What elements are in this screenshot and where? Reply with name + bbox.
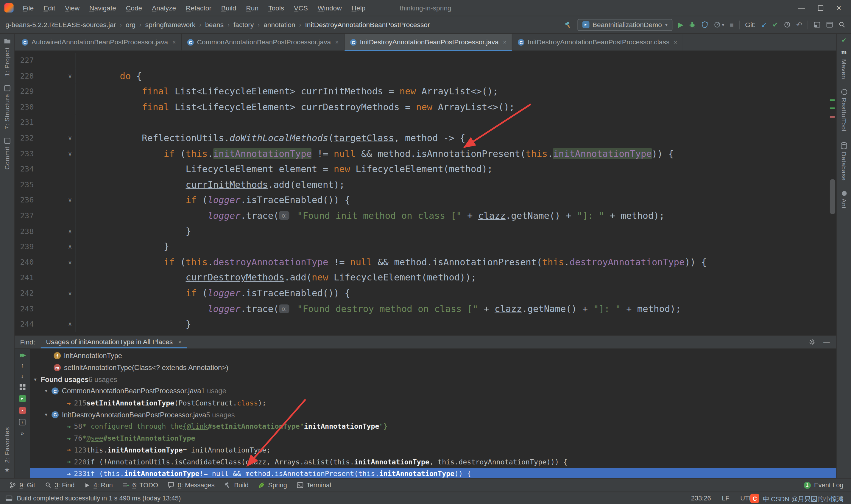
find-result-row[interactable]: →220 if (!AnnotationUtils.isCandidateCla…: [30, 456, 836, 468]
settings-gear-icon[interactable]: [809, 339, 816, 346]
tab-close-icon[interactable]: ×: [173, 39, 176, 45]
maximize-icon[interactable]: [818, 5, 823, 11]
menu-refactor[interactable]: Refactor: [181, 2, 216, 13]
more-options-icon[interactable]: »: [21, 430, 24, 436]
debug-bug-icon[interactable]: [689, 21, 696, 28]
rollback-icon[interactable]: ↶: [796, 21, 802, 28]
profiler-gauge-icon[interactable]: ▾: [714, 21, 724, 28]
menu-edit[interactable]: Edit: [39, 2, 60, 13]
restore-layout-icon[interactable]: [814, 21, 821, 28]
breadcrumb-item[interactable]: beans: [205, 21, 224, 29]
group-usages-icon[interactable]: [19, 384, 25, 390]
find-result-row[interactable]: ▼Found usages 6 usages: [30, 374, 836, 385]
menu-view[interactable]: View: [60, 2, 85, 13]
toolwindow-switcher-icon[interactable]: [5, 495, 13, 501]
hide-windows-icon[interactable]: [826, 21, 833, 28]
find-result-row[interactable]: →123 this.initAnnotationType = initAnnot…: [30, 444, 836, 456]
breadcrumb-item[interactable]: factory: [233, 21, 254, 29]
breadcrumb-item[interactable]: annotation: [264, 21, 295, 29]
menu-help[interactable]: Help: [347, 2, 370, 13]
maven-icon[interactable]: m: [841, 48, 847, 56]
breadcrumb-item[interactable]: g-beans-5.2.2.RELEASE-sources.jar: [5, 21, 116, 29]
minimize-icon[interactable]: —: [798, 4, 805, 12]
code-editor[interactable]: 227228∨ do {229 final List<LifecycleElem…: [15, 51, 836, 335]
tree-expand-chevron-icon[interactable]: ▼: [33, 377, 41, 382]
tree-expand-chevron-icon[interactable]: ▼: [44, 389, 52, 394]
menu-file[interactable]: File: [18, 2, 39, 13]
toolwindow-button-terminal[interactable]: Terminal: [292, 480, 336, 490]
event-log-button[interactable]: 1 Event Log: [804, 481, 847, 489]
stripe-button-project[interactable]: 1: Project: [4, 47, 11, 76]
toolwindow-button-todo[interactable]: 6: TODO: [117, 480, 163, 490]
search-everywhere-icon[interactable]: [838, 21, 846, 28]
line-ending[interactable]: LF: [722, 494, 729, 502]
stripe-button-database[interactable]: Database: [840, 152, 847, 181]
fold-marker-icon[interactable]: ∨: [68, 146, 72, 161]
editor-scrollbar[interactable]: [830, 179, 835, 214]
menu-navigate[interactable]: Navigate: [85, 2, 121, 13]
find-results-tab[interactable]: Usages of initAnnotationType in All Plac…: [40, 336, 187, 348]
menu-tools[interactable]: Tools: [264, 2, 289, 13]
editor-tab[interactable]: CInitDestroyAnnotationBeanPostProcessor.…: [345, 34, 512, 51]
find-result-row-selected[interactable]: →233 if (this.initAnnotationType != null…: [30, 468, 836, 478]
fold-marker-icon[interactable]: ∨: [68, 254, 72, 270]
editor-tab[interactable]: CInitDestroyAnnotationBeanPostProcessor.…: [512, 34, 683, 51]
breadcrumb-item[interactable]: InitDestroyAnnotationBeanPostProcessor: [305, 21, 430, 29]
tab-close-icon[interactable]: ×: [335, 39, 339, 45]
previous-occurrence-icon[interactable]: ↑: [21, 363, 24, 368]
update-project-icon[interactable]: ↙: [761, 21, 767, 28]
caret-position[interactable]: 233:26: [691, 494, 711, 502]
history-clock-icon[interactable]: [784, 21, 791, 28]
fold-marker-icon[interactable]: ∧: [68, 223, 72, 239]
find-result-row[interactable]: ▼CCommonAnnotationBeanPostProcessor.java…: [30, 385, 836, 397]
stripe-button-restfultool[interactable]: RestfulTool: [840, 98, 847, 131]
menu-vcs[interactable]: VCS: [289, 2, 313, 13]
run-button[interactable]: ▶: [678, 21, 683, 28]
toolwindow-button-git[interactable]: 9: Git: [4, 480, 40, 490]
find-result-row[interactable]: finitAnnotationType: [30, 350, 836, 362]
menu-build[interactable]: Build: [216, 2, 241, 13]
navigate-source-icon[interactable]: ▸: [19, 395, 26, 402]
coverage-shield-icon[interactable]: [701, 21, 708, 28]
toolwindow-button-run[interactable]: 4: Run: [79, 480, 117, 490]
stop-button[interactable]: ■: [730, 21, 734, 28]
breadcrumb-item[interactable]: springframework: [145, 21, 195, 29]
fold-marker-icon[interactable]: ∨: [68, 192, 72, 208]
menu-code[interactable]: Code: [121, 2, 147, 13]
hide-panel-icon[interactable]: —: [823, 338, 830, 346]
commit-check-icon[interactable]: ✔: [773, 21, 778, 28]
rerun-search-icon[interactable]: ▶▶: [20, 353, 24, 358]
database-icon[interactable]: [840, 142, 847, 149]
toolwindow-button-build[interactable]: Build: [219, 480, 253, 490]
tab-close-icon[interactable]: ×: [503, 39, 506, 45]
toolwindow-button-messages[interactable]: 0: Messages: [163, 480, 219, 490]
run-configuration-select[interactable]: ▸ BeanInitializationDemo ▾: [577, 19, 673, 31]
restfultool-icon[interactable]: [841, 89, 847, 95]
tab-close-icon[interactable]: ×: [674, 39, 677, 45]
stripe-button-favorites[interactable]: 2: Favorites: [4, 427, 11, 463]
menu-analyze[interactable]: Analyze: [147, 2, 181, 13]
fold-marker-icon[interactable]: ∨: [68, 68, 72, 84]
preview-info-icon[interactable]: i: [19, 419, 25, 426]
toolwindow-button-spring[interactable]: Spring: [253, 480, 292, 490]
toolwindow-button-find[interactable]: 3: Find: [40, 480, 79, 490]
find-result-row[interactable]: →215 setInitAnnotationType(PostConstruct…: [30, 397, 836, 409]
stripe-button-maven[interactable]: Maven: [840, 59, 847, 79]
fold-marker-icon[interactable]: ∧: [68, 317, 72, 332]
favorites-star-icon[interactable]: ★: [4, 466, 10, 474]
stripe-button-structure[interactable]: 7: Structure: [4, 94, 11, 129]
menu-window[interactable]: Window: [313, 2, 347, 13]
commit-icon[interactable]: [4, 138, 10, 144]
stripe-button-ant[interactable]: Ant: [840, 198, 847, 209]
find-result-row[interactable]: →58 * configured through the {@link #set…: [30, 421, 836, 433]
fold-marker-icon[interactable]: ∧: [68, 239, 72, 254]
tab-close-icon[interactable]: ×: [178, 338, 182, 345]
fold-marker-icon[interactable]: ∨: [68, 130, 72, 146]
fold-marker-icon[interactable]: ∨: [68, 286, 72, 301]
close-icon[interactable]: ×: [836, 4, 841, 12]
find-result-row[interactable]: ▼CInitDestroyAnnotationBeanPostProcessor…: [30, 409, 836, 421]
project-folder-icon[interactable]: [4, 38, 11, 44]
stripe-button-commit[interactable]: Commit: [4, 146, 11, 170]
find-result-row[interactable]: →76 * @see #setInitAnnotationType: [30, 432, 836, 444]
build-hammer-icon[interactable]: [564, 21, 572, 29]
